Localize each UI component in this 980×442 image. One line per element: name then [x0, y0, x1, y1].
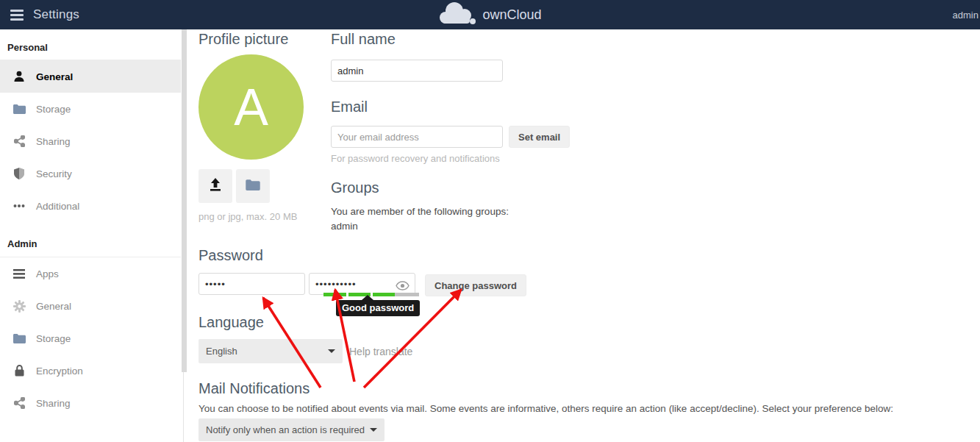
avatar-hint: png or jpg, max. 20 MB: [198, 211, 297, 222]
sidebar-item-encryption[interactable]: Encryption: [0, 354, 181, 387]
sidebar-divider: [183, 372, 184, 442]
sidebar-item-sharing-personal[interactable]: Sharing: [0, 125, 181, 157]
folder-icon: [246, 179, 260, 193]
help-translate-link[interactable]: Help translate: [349, 346, 412, 357]
sidebar-item-storage-personal[interactable]: Storage: [0, 93, 181, 125]
password-strength-tooltip: Good password: [336, 300, 420, 316]
brand: ownCloud: [0, 0, 980, 29]
sidebar-item-label: Storage: [36, 104, 71, 115]
sidebar-item-label: Storage: [36, 333, 71, 344]
groups-heading: Groups: [331, 179, 379, 196]
set-email-button[interactable]: Set email: [509, 126, 570, 148]
sidebar-item-label: Sharing: [36, 136, 71, 147]
sidebar-section-admin: Admin: [0, 222, 181, 257]
avatar-letter: A: [234, 82, 268, 133]
ellipsis-icon: [12, 204, 26, 208]
share-icon: [12, 135, 26, 147]
folder-icon: [12, 104, 26, 114]
shield-icon: [12, 168, 26, 179]
menu-icon: [12, 269, 26, 279]
top-bar: Settings ownCloud admin: [0, 0, 980, 29]
mail-notification-select[interactable]: Notify only when an action is required: [198, 418, 385, 441]
settings-sidebar: Personal General Storage Sharing Securit…: [0, 29, 181, 442]
brand-name: ownCloud: [482, 7, 541, 23]
share-icon: [12, 397, 26, 409]
upload-icon: [209, 178, 222, 194]
sidebar-item-additional[interactable]: Additional: [0, 190, 181, 222]
language-select[interactable]: English: [198, 339, 343, 363]
sidebar-item-label: Additional: [36, 201, 79, 212]
email-hint: For password recovery and notifications: [331, 153, 500, 164]
mail-notifications-heading: Mail Notifications: [198, 380, 310, 397]
sidebar-item-apps[interactable]: Apps: [0, 257, 181, 290]
sidebar-item-storage-admin[interactable]: Storage: [0, 322, 181, 354]
sidebar-item-general-personal[interactable]: General: [0, 60, 181, 93]
owncloud-logo-icon: [438, 1, 476, 28]
personal-settings-panel: Profile picture A png or jpg, max. 20 MB…: [186, 29, 980, 442]
user-menu[interactable]: admin: [953, 10, 979, 21]
show-password-icon[interactable]: [396, 280, 409, 293]
mail-notification-selected-value: Notify only when an action is required: [206, 424, 365, 435]
sidebar-item-label: General: [36, 301, 71, 312]
chevron-down-icon: [328, 349, 335, 353]
fullname-input[interactable]: [331, 60, 503, 82]
language-selected-value: English: [206, 346, 237, 357]
sidebar-scrollbar[interactable]: [182, 29, 187, 372]
avatar: A: [198, 54, 304, 160]
current-password-input[interactable]: [198, 273, 305, 295]
sidebar-item-general-admin[interactable]: General: [0, 290, 181, 322]
groups-value: admin: [331, 221, 358, 232]
change-password-button[interactable]: Change password: [425, 274, 526, 296]
sidebar-item-label: Apps: [36, 268, 59, 279]
language-heading: Language: [198, 314, 264, 331]
mail-notifications-description: You can choose to be notified about even…: [198, 403, 893, 414]
password-heading: Password: [198, 247, 263, 264]
sidebar-section-personal: Personal: [0, 29, 181, 60]
email-heading: Email: [331, 99, 368, 115]
sidebar-item-sharing-admin[interactable]: Sharing: [0, 387, 181, 419]
profile-picture-heading: Profile picture: [198, 31, 288, 48]
user-icon: [12, 71, 26, 82]
lock-icon: [12, 365, 26, 377]
fullname-heading: Full name: [331, 31, 396, 48]
sidebar-item-label: General: [36, 71, 73, 82]
select-avatar-from-files-button[interactable]: [236, 169, 270, 203]
chevron-down-icon: [370, 428, 377, 432]
folder-icon: [12, 333, 26, 343]
upload-avatar-button[interactable]: [198, 169, 232, 203]
sidebar-item-label: Encryption: [36, 366, 83, 377]
groups-description: You are member of the following groups:: [331, 206, 509, 217]
sidebar-item-label: Sharing: [36, 398, 71, 409]
gear-icon: [12, 300, 26, 313]
sidebar-item-label: Security: [36, 168, 72, 179]
sidebar-item-security[interactable]: Security: [0, 157, 181, 190]
email-input[interactable]: [331, 126, 503, 148]
